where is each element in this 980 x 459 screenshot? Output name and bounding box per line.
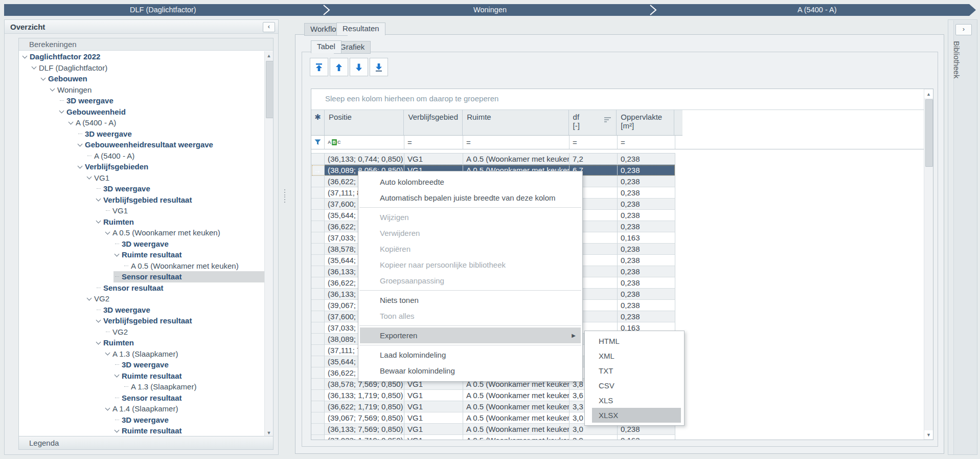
tree-item[interactable]: Ruimte resultaat [19,370,265,382]
expander-chevron-icon[interactable] [49,89,56,91]
panel-splitter-handle[interactable] [283,189,287,203]
tree-item[interactable]: 3D weergave [19,183,265,194]
tree-item[interactable]: Ruimte resultaat [19,249,265,260]
scroll-down-icon[interactable]: ▼ [924,430,933,439]
tree-column-header[interactable]: Berekeningen [19,38,273,51]
tree-item[interactable]: A (5400 - A) [19,150,265,162]
breadcrumb-step-dlf[interactable]: DLF (Daglichtfactor) [4,4,322,16]
tree-item[interactable]: 3D weergave [19,95,265,106]
filter-cell-oppervlakte[interactable]: = [618,136,675,149]
tree-item[interactable]: A 1.4 (Slaapkamer) [19,403,265,414]
expander-chevron-icon[interactable] [95,199,102,201]
submenu-item-xls[interactable]: XLS [585,393,684,408]
library-panel-collapsed[interactable]: › [948,19,977,455]
filter-cell-verblijfsgebied[interactable]: = [404,136,463,149]
grid-scrollbar-thumb[interactable] [925,99,933,167]
tree-scrollbar[interactable]: ▲ ▼ [264,51,273,436]
expander-chevron-icon[interactable] [104,353,111,355]
column-header-oppervlakte[interactable]: Oppervlakte [m²] [617,110,674,135]
filter-row-indicator[interactable] [311,136,325,149]
tree-item[interactable]: Ruimten [19,337,265,348]
tree-item[interactable]: Verblijfsgebied resultaat [19,194,265,206]
move-last-button[interactable] [370,58,388,76]
tree-item[interactable]: A 0.5 (Woonkamer met keuken) [19,227,265,238]
submenu-item-xml[interactable]: XML [585,348,684,363]
tree-item[interactable]: A (5400 - A) [19,117,265,128]
tree-item[interactable]: 3D weergave [19,414,265,426]
scroll-down-icon[interactable]: ▼ [265,428,273,436]
expander-chevron-icon[interactable] [113,375,120,377]
column-header-verblijfsgebied[interactable]: Verblijfsgebied [404,110,463,135]
move-first-button[interactable] [310,58,328,76]
tab-tabel[interactable]: Tabel [311,40,341,53]
expander-chevron-icon[interactable] [95,221,102,223]
tree-item[interactable]: Gebouweenheid [19,106,265,118]
expander-chevron-icon[interactable] [77,166,83,168]
column-header-ruimte[interactable]: Ruimte [463,110,568,135]
collapse-panel-button[interactable]: ‹ [263,22,275,32]
breadcrumb-step-unit[interactable]: A (5400 - A) [658,4,976,16]
tree-item[interactable]: Ruimten [19,216,265,228]
expander-chevron-icon[interactable] [40,78,47,80]
tree-item[interactable]: Daglichtfactor 2022 [19,51,265,62]
table-row[interactable]: (36,133; 0,744; 0,850)VG1A 0.5 (Woonkame… [311,154,675,165]
expander-chevron-icon[interactable] [95,342,102,344]
scroll-up-icon[interactable]: ▲ [265,51,273,60]
tree-item[interactable]: 3D weergave [19,359,265,370]
expander-chevron-icon[interactable] [31,67,37,69]
menu-item[interactable]: Auto kolombreedte [358,174,582,190]
group-by-panel[interactable]: Sleep een kolom hierheen om daarop te gr… [311,89,924,110]
expand-panel-button[interactable]: › [955,24,972,35]
expander-chevron-icon[interactable] [58,111,65,113]
expander-chevron-icon[interactable] [86,177,93,179]
tree-item[interactable]: Gebouwen [19,73,265,84]
filter-cell-positie[interactable]: ABC [325,136,404,149]
move-up-button[interactable] [330,58,348,76]
move-down-button[interactable] [350,58,368,76]
tree-scrollbar-thumb[interactable] [266,61,274,118]
tree-item[interactable]: VG2 [19,326,265,338]
tree-item[interactable]: Ruimte resultaat [19,425,265,436]
tree-item[interactable]: A 1.3 (Slaapkamer) [19,348,265,360]
tree-item[interactable]: 3D weergave [19,304,265,316]
column-header-positie[interactable]: Positie [325,110,404,135]
filter-cell-ruimte[interactable]: = [463,136,569,149]
expander-chevron-icon[interactable] [104,232,111,234]
filter-cell-df[interactable]: = [569,136,618,149]
submenu-item-txt[interactable]: TXT [585,363,684,378]
expander-chevron-icon[interactable] [77,144,83,146]
menu-item[interactable]: Automatisch bepalen juiste breedte van d… [358,190,582,206]
legend-bar[interactable]: Legenda [18,436,274,450]
expander-chevron-icon[interactable] [67,122,74,124]
expander-chevron-icon[interactable] [113,430,120,432]
tree-item[interactable]: VG2 [19,293,265,304]
tree-item[interactable]: Sensor resultaat [19,282,265,294]
column-header-df[interactable]: df [-] [569,110,617,135]
tree-item[interactable]: DLF (Daglichtfactor) [19,62,265,74]
expander-chevron-icon[interactable] [113,254,120,256]
tree-item[interactable]: VG1 [19,205,265,216]
expander-chevron-icon[interactable] [21,56,28,58]
breadcrumb-step-woningen[interactable]: Woningen [331,4,649,16]
expander-chevron-icon[interactable] [104,408,111,410]
library-tab-label[interactable]: Bibliotheek [952,41,961,78]
tree-item[interactable]: 3D weergave [19,238,265,250]
menu-item[interactable]: Exporteren▶ [360,327,581,343]
tree-item[interactable]: Verblijfsgebied resultaat [19,315,265,326]
tree-item[interactable]: Gebouweenheidresultaat weergave [19,139,265,150]
grid-scrollbar[interactable]: ▲ ▼ [924,89,933,440]
tree-item[interactable]: Sensor resultaat [19,271,265,282]
menu-item[interactable]: Bewaar kolomindeling [358,363,582,379]
submenu-item-xlsx[interactable]: XLSX [592,408,681,423]
tab-resultaten[interactable]: Resultaten [336,23,385,35]
submenu-item-html[interactable]: HTML [585,334,684,348]
menu-item[interactable]: Laad kolomindeling [358,347,582,363]
tree-item[interactable]: Woningen [19,84,265,96]
tree-item[interactable]: Sensor resultaat [19,392,265,404]
tree-item[interactable]: A 1.3 (Slaapkamer) [19,381,265,392]
tree-item[interactable]: A 0.5 (Woonkamer met keuken) [19,260,265,272]
tree-item[interactable]: Verblijfsgebieden [19,161,265,172]
menu-item[interactable]: Niets tonen [358,292,582,308]
table-row[interactable]: (37,033; 1,719; 0,850)VG1A 0.5 (Woonkame… [311,435,675,440]
submenu-item-csv[interactable]: CSV [585,378,684,393]
